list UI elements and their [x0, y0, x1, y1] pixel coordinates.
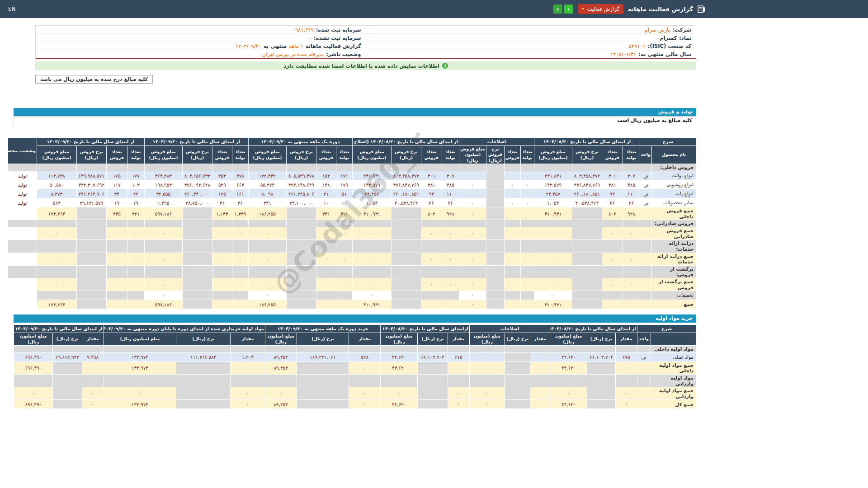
table-cell: [144, 220, 182, 227]
table-cell: [182, 227, 212, 240]
table-cell: [212, 164, 232, 171]
table-cell: [14, 375, 53, 387]
table-cell: ۳۱: [316, 189, 336, 198]
table-cell: [637, 375, 651, 387]
table-cell: [248, 265, 286, 278]
table-cell: ۳۰۷: [623, 171, 640, 180]
table-cell: تن: [640, 171, 651, 180]
table-row: درآمد ارائه خدمات:: [8, 240, 696, 253]
table-cell: [286, 220, 316, 227]
table-row: انواع توالت .تن۳۰۷۳۰۱۸۰۳,۴۵۸,۴۷۲۲۴۱,۸۴۱۰…: [8, 171, 696, 180]
table-cell: [486, 164, 504, 171]
main-content: شرکت: پارس سرام سرمایه ثبت شده: ۹۸۱,۲۴۹ …: [14, 25, 696, 409]
table-cell: [530, 375, 550, 387]
table-cell: ۰: [212, 278, 232, 291]
column-header: مبلغ فروش (میلیون ریال): [352, 146, 391, 164]
column-header: نرخ فروش (ریال): [182, 146, 212, 164]
table-cell: ۰: [469, 361, 505, 374]
table-cell: [37, 220, 76, 227]
table-row: جمع درآمد ارائه خدمات۰۰۰۰۰۰۰۰۰۰۰۰۰۰۰۰: [8, 253, 696, 265]
table-cell: [212, 240, 232, 253]
table-cell: [486, 189, 504, 198]
table-cell: ۳۶۴,۲۸۳: [144, 171, 182, 180]
table-cell: ۰: [421, 227, 442, 240]
table-cell: [286, 164, 316, 171]
column-header: نرخ (ریال): [53, 333, 82, 346]
symbol-value: کسرام: [660, 35, 677, 41]
prev-report-button[interactable]: ‹: [553, 5, 562, 14]
table-cell: ۴۱۰,۹۳۱: [534, 207, 572, 220]
column-header: مقدار: [231, 333, 265, 346]
table-cell: [76, 240, 106, 253]
product-status-cell: تولید: [8, 189, 37, 198]
table-cell: [534, 265, 572, 278]
product-status-cell: [8, 253, 37, 265]
row-label-cell: انواع توالت .: [652, 171, 696, 180]
table-cell: ۱۷۷: [127, 171, 144, 180]
table-cell: ۵۱: [336, 189, 352, 198]
table-cell: [520, 220, 534, 227]
table-cell: [352, 265, 391, 278]
table-cell: ۱۷۳,۲۶۴: [37, 207, 76, 220]
table-cell: [127, 291, 144, 300]
table-cell: ۰: [602, 227, 623, 240]
table-cell: [459, 240, 486, 253]
column-group-header: ازابتدای سال مالی تا تاریخ ۱۴۰۴/۰۸/۳۰ (ا…: [381, 325, 469, 333]
table-cell: [448, 375, 469, 387]
table-cell: ۱۱۰: [623, 189, 640, 198]
table-cell: ۲۲: [127, 189, 144, 198]
table-cell: ۱۹: [127, 198, 144, 207]
table-cell: ۰: [448, 400, 469, 409]
table-cell: ۹۲۸: [623, 207, 640, 220]
table-cell: [623, 164, 640, 171]
table-cell: ۴۱۰,۹۳۱: [352, 300, 391, 309]
table-cell: ۳۷۶,۸۴۷,۷۶۹: [572, 180, 602, 189]
table-row: فروش داخلی:: [8, 164, 696, 171]
table-cell: ۰: [459, 278, 486, 291]
table-cell: ۰: [144, 227, 182, 240]
table-row: جمع فروش صادراتی۰۰۰۰۰۰۰۰۰۰۰۰۰۰۰۰: [8, 227, 696, 240]
table-cell: [459, 265, 486, 278]
table-row: سایر محصولاتتن۲۶۲۶۴۰,۵۳۸,۴۶۲۱,۰۵۴۰۰۰۲۶۲۶…: [8, 198, 696, 207]
column-header: نرخ (ریال): [297, 333, 349, 346]
table-cell: [486, 198, 504, 207]
report-type-label: گزارش فعالیت: [587, 6, 619, 12]
table-cell: [550, 375, 587, 387]
next-report-button[interactable]: ›: [564, 5, 573, 14]
table-cell: [106, 220, 127, 227]
column-header: مقدار: [448, 333, 469, 346]
row-label-cell: جمع درآمد ارائه خدمات: [652, 253, 696, 265]
table-cell: ۰: [316, 278, 336, 291]
table-cell: ۱۱۷: [106, 180, 127, 189]
language-toggle[interactable]: EN: [8, 6, 16, 12]
table-cell: ۴۰,۵۳۸,۴۶۲: [572, 198, 602, 207]
table-cell: [587, 345, 615, 352]
amounts-note: کلیه مبالغ درج شده به میلیون ریال می باش…: [35, 75, 153, 84]
table-cell: [297, 345, 349, 352]
table-cell: ۰: [352, 227, 391, 240]
table-cell: ۰: [442, 253, 459, 265]
company-label: شرکت:: [672, 27, 691, 33]
table-cell: [572, 240, 602, 253]
table-row: جمع مواد اولیه وارداتی۰۰۰۰۰۰۰۰۰۰۰: [14, 387, 696, 400]
table-cell: ۶۷۵: [448, 352, 469, 361]
table-cell: [534, 240, 572, 253]
product-status-cell: [8, 278, 37, 291]
table-cell: [14, 345, 53, 352]
table-cell: [8, 265, 37, 278]
table-cell: ۴۴,۶۲۰: [550, 361, 587, 374]
column-header: نرخ فروش (ریال): [391, 146, 421, 164]
table-cell: [504, 300, 520, 309]
company-name-link[interactable]: پارس سرام: [645, 27, 670, 33]
table-cell: ۴۰,۵۳۸,۴۶۲: [391, 198, 421, 207]
table-cell: [232, 220, 248, 227]
table-cell: [602, 291, 623, 300]
table-cell: [37, 291, 76, 300]
table-cell: [297, 400, 349, 409]
table-cell: [520, 227, 534, 240]
table-cell: [104, 375, 176, 387]
table-cell: [640, 164, 651, 171]
table-cell: [336, 220, 352, 227]
report-type-button[interactable]: گزارش فعالیت ▾: [578, 4, 623, 14]
table-cell: [587, 387, 615, 400]
